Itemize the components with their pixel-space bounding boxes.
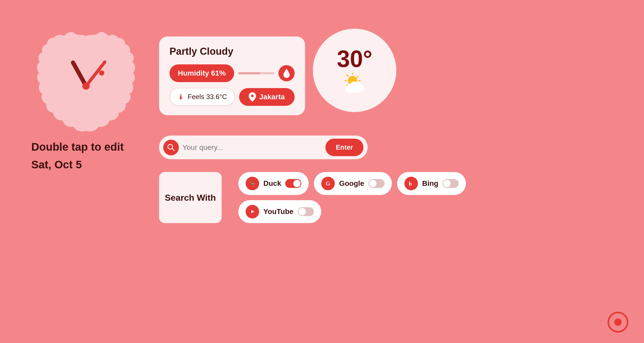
temperature-circle: 30° [313, 29, 396, 112]
clock-widget [31, 31, 141, 142]
search-with-label: Search With [165, 193, 216, 203]
svg-line-17 [172, 149, 174, 151]
search-bar: Enter [159, 136, 368, 159]
feels-pill: 🌡 Feels 33.6°C [169, 88, 235, 106]
search-with-box: Search With [159, 172, 222, 223]
humidity-icon [278, 65, 295, 81]
engine-row-2: YouTube [238, 200, 466, 223]
bing-toggle-knob [443, 180, 451, 187]
search-icon [167, 143, 175, 152]
google-logo: G [321, 177, 335, 190]
engine-row-1: 🦆 Duck G Google [238, 172, 466, 195]
target-outer-ring [607, 312, 628, 333]
svg-point-3 [99, 70, 104, 76]
bing-logo: b [404, 177, 418, 190]
youtube-toggle-knob [299, 208, 306, 215]
duck-toggle[interactable] [285, 179, 301, 188]
date-label: Sat, Oct 5 [31, 158, 124, 171]
weather-bottom-row: 🌡 Feels 33.6°C Jakarta [169, 88, 295, 106]
temperature-value: 30° [337, 47, 372, 71]
svg-line-11 [357, 76, 358, 77]
humidity-row: Humidity 61% [169, 64, 295, 82]
search-engines: 🦆 Duck G Google [238, 172, 466, 223]
search-divider [229, 172, 230, 223]
weather-condition: Partly Cloudy [169, 46, 295, 57]
youtube-logo [246, 205, 259, 218]
engine-youtube[interactable]: YouTube [238, 200, 321, 223]
youtube-label: YouTube [263, 207, 294, 216]
search-icon-wrap [163, 140, 179, 155]
google-label: Google [339, 179, 364, 188]
svg-point-2 [82, 82, 90, 90]
target-icon [607, 312, 628, 333]
google-toggle[interactable] [368, 179, 385, 188]
humidity-bar-fill [238, 72, 260, 74]
double-tap-label: Double tap to edit [31, 141, 124, 153]
duck-label: Duck [263, 179, 281, 188]
bing-toggle[interactable] [442, 179, 459, 188]
svg-line-9 [347, 75, 348, 76]
search-with-panel: Search With 🦆 Duck [159, 172, 466, 223]
target-inner-dot [614, 318, 622, 326]
svg-point-15 [349, 82, 360, 90]
duck-toggle-knob [293, 180, 301, 187]
google-toggle-knob [369, 180, 376, 187]
clock-labels: Double tap to edit Sat, Oct 5 [31, 141, 124, 171]
weather-card: Partly Cloudy Humidity 61% 🌡 Feels 33.6°… [159, 36, 305, 115]
clock-face [31, 31, 141, 141]
engine-google[interactable]: G Google [314, 172, 392, 195]
search-input[interactable] [183, 143, 322, 152]
engine-duck[interactable]: 🦆 Duck [238, 172, 309, 195]
weather-icon [339, 73, 370, 94]
location-label: Jakarta [259, 93, 285, 101]
youtube-toggle[interactable] [298, 207, 314, 216]
humidity-pill: Humidity 61% [169, 64, 234, 82]
svg-text:🦆: 🦆 [250, 181, 256, 187]
location-pill: Jakarta [239, 88, 295, 106]
enter-button[interactable]: Enter [325, 139, 363, 156]
thermometer-icon: 🌡 [177, 93, 185, 101]
feels-label: Feels 33.6°C [188, 93, 227, 101]
bing-label: Bing [422, 179, 438, 188]
svg-text:G: G [326, 180, 330, 187]
duck-logo: 🦆 [246, 177, 259, 190]
humidity-bar [238, 72, 274, 74]
svg-text:b: b [409, 181, 412, 187]
engine-bing[interactable]: b Bing [397, 172, 466, 195]
